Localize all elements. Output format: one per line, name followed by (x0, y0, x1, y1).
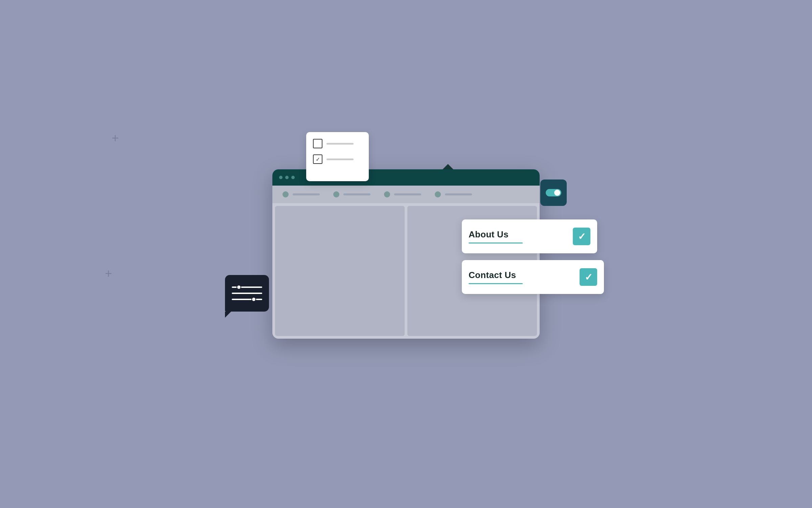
checklist-row-2: ✓ (313, 154, 362, 164)
contact-card-text-area: Contact Us (469, 270, 574, 284)
titlebar-dot-3 (291, 176, 295, 179)
nav-dot-1 (283, 191, 289, 197)
nav-line-3 (394, 193, 421, 195)
browser-navbar (272, 186, 540, 203)
nav-item-1 (283, 191, 320, 197)
browser-window: ✓ About Us (272, 169, 540, 339)
contact-us-title: Contact Us (469, 270, 574, 280)
about-us-title: About Us (469, 229, 568, 240)
nav-line-2 (343, 193, 370, 195)
about-us-card[interactable]: About Us ✓ (462, 219, 597, 253)
checklist-row-1 (313, 139, 362, 148)
nav-dot-4 (435, 191, 441, 197)
contact-card-checkbox[interactable]: ✓ (580, 268, 597, 286)
checkbox-checked[interactable]: ✓ (313, 154, 322, 164)
nav-item-2 (333, 191, 370, 197)
nav-line-4 (445, 193, 472, 195)
nav-line-1 (293, 193, 320, 195)
about-check-icon: ✓ (578, 231, 586, 242)
about-card-underline (469, 242, 523, 244)
plus-decoration-2: + (105, 268, 112, 280)
plus-decoration-1: + (112, 132, 119, 144)
about-card-text-area: About Us (469, 229, 568, 244)
nav-item-3 (384, 191, 421, 197)
slider-lines (232, 285, 262, 302)
contact-card-underline (469, 283, 523, 284)
titlebar-dot-1 (279, 176, 283, 179)
titlebar-dot-2 (285, 176, 289, 179)
toggle-track (546, 189, 561, 196)
contact-us-card[interactable]: Contact Us ✓ (462, 260, 604, 294)
checkbox-unchecked[interactable] (313, 139, 322, 148)
nav-dot-2 (333, 191, 339, 197)
checklist-line-2 (326, 158, 354, 160)
toggle-thumb (554, 190, 560, 196)
nav-item-4 (435, 191, 472, 197)
checklist-line-1 (326, 143, 354, 145)
toggle-widget[interactable] (540, 179, 567, 206)
chat-sliders-widget[interactable] (225, 275, 269, 312)
content-panel-left (275, 206, 405, 336)
nav-dot-3 (384, 191, 390, 197)
checklist-card: ✓ (306, 132, 369, 181)
contact-check-icon: ✓ (585, 272, 592, 283)
about-card-checkbox[interactable]: ✓ (573, 228, 590, 245)
